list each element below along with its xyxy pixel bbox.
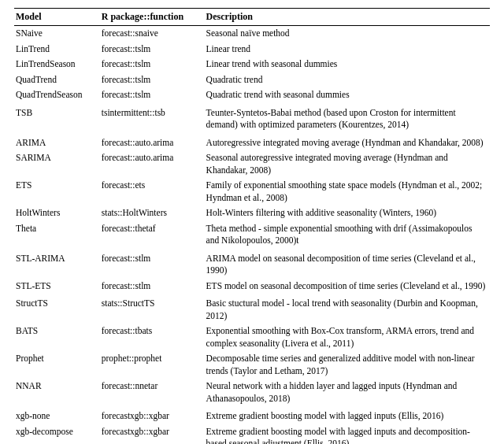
col-header-desc: Description xyxy=(205,9,490,26)
cell-rpkg: forecast::stlm xyxy=(100,249,205,279)
cell-desc: ETS model on seasonal decomposition of t… xyxy=(205,279,490,294)
table-row: Thetaforecast::thetafTheta method - simp… xyxy=(14,221,490,249)
cell-rpkg: forecast::tslm xyxy=(100,57,205,72)
cell-model: ETS xyxy=(14,178,100,205)
cell-model: LinTrendSeason xyxy=(14,57,100,72)
table-row: StructTSstats::StructTSBasic stuctural m… xyxy=(14,294,490,324)
cell-model: Theta xyxy=(14,221,100,249)
cell-model: LinTrend xyxy=(14,42,100,57)
table-row: BATSforecast::tbatsExponential smoothing… xyxy=(14,324,490,351)
cell-rpkg: forecast::nnetar xyxy=(100,379,205,406)
cell-desc: Basic stuctural model - local trend with… xyxy=(205,294,490,324)
cell-desc: Seasonal naïve method xyxy=(205,26,490,42)
cell-model: STL-ARIMA xyxy=(14,249,100,279)
cell-rpkg: forecast::tslm xyxy=(100,42,205,57)
cell-model: SNaive xyxy=(14,26,100,42)
table-row: NNARforecast::nnetarNeural network with … xyxy=(14,379,490,406)
cell-desc: Exponential smoothing with Box-Cox trans… xyxy=(205,324,490,351)
table-row: QuadTrendSeasonforecast::tslmQuadratic t… xyxy=(14,87,490,103)
cell-rpkg: stats::HoltWinters xyxy=(100,205,205,221)
cell-rpkg: forecast::auto.arima xyxy=(100,150,205,178)
cell-desc: Autoregressive integrated moving average… xyxy=(205,133,490,151)
cell-model: SARIMA xyxy=(14,150,100,178)
table-row: xgb-noneforecastxgb::xgbarExtreme gradie… xyxy=(14,406,490,424)
table-row: xgb-decomposeforecastxgb::xgbarExtreme g… xyxy=(14,424,490,444)
cell-model: STL-ETS xyxy=(14,279,100,294)
table-row: STL-ARIMAforecast::stlmARIMA model on se… xyxy=(14,249,490,279)
table-row: HoltWintersstats::HoltWintersHolt-Winter… xyxy=(14,205,490,221)
cell-desc: Family of exponential smoothing state sp… xyxy=(205,178,490,205)
cell-desc: Theta method - simple exponential smooth… xyxy=(205,221,490,249)
cell-desc: Teunter-Syntetos-Babai method (based upo… xyxy=(205,103,490,133)
cell-model: QuadTrendSeason xyxy=(14,87,100,103)
table-row: ARIMAforecast::auto.arimaAutoregressive … xyxy=(14,133,490,151)
cell-model: xgb-decompose xyxy=(14,424,100,444)
cell-desc: Seasonal autoregressive integrated movin… xyxy=(205,150,490,178)
cell-rpkg: forecast::stlm xyxy=(100,279,205,294)
table-row: ETSforecast::etsFamily of exponential sm… xyxy=(14,178,490,205)
cell-rpkg: forecast::tbats xyxy=(100,324,205,351)
cell-desc: Holt-Winters filtering with additive sea… xyxy=(205,205,490,221)
cell-desc: Linear trend xyxy=(205,42,490,57)
cell-model: QuadTrend xyxy=(14,72,100,88)
table-row: SARIMAforecast::auto.arimaSeasonal autor… xyxy=(14,150,490,178)
cell-rpkg: tsintermittent::tsb xyxy=(100,103,205,133)
col-header-rpkg: R package::function xyxy=(100,9,205,26)
cell-desc: ARIMA model on seasonal decomposition of… xyxy=(205,249,490,279)
cell-model: xgb-none xyxy=(14,406,100,424)
cell-rpkg: forecast::thetaf xyxy=(100,221,205,249)
cell-desc: Extreme gradient boosting model with lag… xyxy=(205,406,490,424)
cell-model: BATS xyxy=(14,324,100,351)
cell-rpkg: stats::StructTS xyxy=(100,294,205,324)
table-row: LinTrendSeasonforecast::tslmLinear trend… xyxy=(14,57,490,72)
cell-model: TSB xyxy=(14,103,100,133)
cell-rpkg: forecast::auto.arima xyxy=(100,133,205,151)
cell-desc: Decomposable time series and generalized… xyxy=(205,351,490,379)
cell-desc: Extreme gradient boosting model with lag… xyxy=(205,424,490,444)
cell-rpkg: forecastxgb::xgbar xyxy=(100,424,205,444)
table-row: TSBtsintermittent::tsbTeunter-Syntetos-B… xyxy=(14,103,490,133)
cell-desc: Quadratic trend with seasonal dummies xyxy=(205,87,490,103)
table-row: Prophetprophet::prophetDecomposable time… xyxy=(14,351,490,379)
cell-desc: Linear trend with seasonal dummies xyxy=(205,57,490,72)
cell-model: StructTS xyxy=(14,294,100,324)
col-header-model: Model xyxy=(14,9,100,26)
table-row: QuadTrendforecast::tslmQuadratic trend xyxy=(14,72,490,88)
cell-model: Prophet xyxy=(14,351,100,379)
models-table: Model R package::function Description SN… xyxy=(14,8,490,444)
cell-rpkg: forecast::tslm xyxy=(100,72,205,88)
cell-model: HoltWinters xyxy=(14,205,100,221)
cell-rpkg: forecast::tslm xyxy=(100,87,205,103)
cell-model: ARIMA xyxy=(14,133,100,151)
cell-rpkg: forecast::ets xyxy=(100,178,205,205)
table-row: SNaiveforecast::snaiveSeasonal naïve met… xyxy=(14,26,490,42)
table-row: STL-ETSforecast::stlmETS model on season… xyxy=(14,279,490,294)
cell-desc: Quadratic trend xyxy=(205,72,490,88)
cell-rpkg: forecastxgb::xgbar xyxy=(100,406,205,424)
cell-model: NNAR xyxy=(14,379,100,406)
cell-desc: Neural network with a hidden layer and l… xyxy=(205,379,490,406)
cell-rpkg: prophet::prophet xyxy=(100,351,205,379)
cell-rpkg: forecast::snaive xyxy=(100,26,205,42)
table-row: LinTrendforecast::tslmLinear trend xyxy=(14,42,490,57)
